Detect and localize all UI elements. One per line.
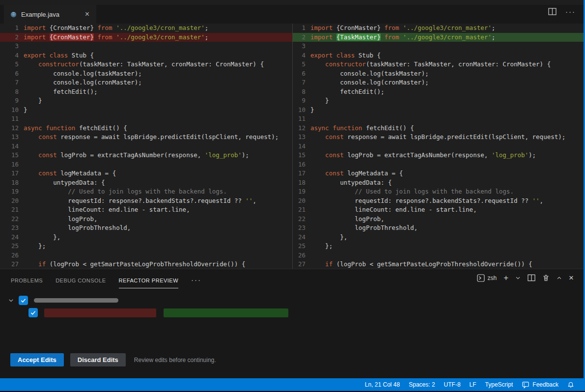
code-line[interactable]: 13 const response = await lspBridge.pred… (293, 133, 584, 142)
more-actions-icon[interactable]: ··· (565, 8, 576, 15)
code-line[interactable]: 1import {CronMaster} from '../google3/cr… (0, 24, 292, 33)
tab-example-java[interactable]: Example.java × (4, 5, 96, 24)
code-line[interactable]: 5 constructor(taskMaster: TaskMaster, cr… (293, 60, 584, 69)
refactor-change-row[interactable] (28, 308, 288, 317)
code-line[interactable]: 2import {CronMaster} from '../google3/cr… (0, 33, 292, 42)
eol-setting[interactable]: LF (465, 381, 481, 388)
code-line[interactable]: 27 if (logProb < getSmartPasteLogProbThr… (0, 260, 292, 269)
line-number: 9 (293, 96, 306, 106)
line-number: 6 (293, 69, 306, 79)
code-line[interactable]: 6 console.log(taskMaster); (0, 69, 292, 79)
code-line[interactable]: 18 untypedData: { (0, 178, 292, 188)
cursor-position[interactable]: Ln, 21 Col 48 (361, 381, 404, 388)
code-line[interactable]: 6 console.log(taskMaster); (293, 69, 584, 79)
notifications-bell-icon[interactable] (563, 381, 579, 389)
close-panel-icon[interactable]: × (569, 274, 574, 282)
code-line[interactable]: 23 logProbThreshold, (293, 224, 584, 233)
code-line[interactable]: 19 // Used to join logs with the backend… (0, 187, 292, 196)
line-number: 21 (0, 205, 19, 215)
panel-more-tabs-icon[interactable]: ··· (191, 276, 201, 283)
code-line[interactable]: 4export class Stub { (293, 51, 584, 60)
code-line[interactable]: 25 }; (293, 242, 584, 251)
discard-edits-button[interactable]: Discard Edits (70, 353, 126, 366)
terminal-dropdown-button[interactable] (515, 275, 521, 280)
code-line[interactable]: 15 const logProb = extractTagAsNumber(re… (293, 151, 584, 160)
encoding-setting[interactable]: UTF-8 (440, 381, 465, 388)
line-number: 1 (0, 24, 19, 33)
code-line[interactable]: 7 console.log(cronMaster); (293, 78, 584, 87)
code-line[interactable]: 11 (0, 114, 292, 124)
code-line[interactable]: 20 requestId: response?.backendStats?.re… (0, 196, 292, 206)
code-line[interactable]: 12async function fetchEdit() { (293, 124, 584, 133)
indentation-setting[interactable]: Spaces: 2 (404, 381, 439, 388)
diff-pane-modified[interactable]: 1import {CronMaster} from '../google3/cr… (293, 24, 584, 269)
code-line[interactable]: 8 fetchEdit(); (0, 87, 292, 97)
code-line[interactable]: 9 } (293, 96, 584, 106)
code-line[interactable]: 14 (0, 142, 292, 151)
code-line[interactable]: 26 (293, 251, 584, 260)
code-line[interactable]: 3 (0, 42, 292, 51)
tab-close-icon[interactable]: × (84, 10, 90, 18)
chevron-down-icon[interactable] (8, 297, 14, 304)
code-line[interactable]: 25 }; (0, 242, 292, 251)
code-line[interactable]: 18 untypedData: { (293, 178, 584, 188)
refactor-file-row[interactable] (8, 296, 118, 305)
code-line[interactable]: 17 const logMetadata = { (0, 169, 292, 178)
code-line[interactable]: 22 logProb, (0, 215, 292, 224)
code-line[interactable]: 9 } (0, 96, 292, 106)
code-line[interactable]: 15 const logProb = extractTagAsNumber(re… (0, 151, 292, 160)
code-line[interactable]: 2import {TaskMaster} from '../google3/cr… (293, 33, 584, 42)
code-line[interactable]: 14 (293, 142, 584, 151)
code-line[interactable]: 20 requestId: response?.backendStats?.re… (293, 196, 584, 206)
code-line[interactable]: 17 const logMetadata = { (293, 169, 584, 178)
change-checkbox[interactable] (28, 308, 38, 317)
line-number: 14 (293, 142, 306, 151)
code-line[interactable]: 24 }, (0, 233, 292, 242)
vscode-window: Example.java × ··· 1import {CronMaster} … (0, 0, 585, 391)
code-line[interactable]: 16 (293, 160, 584, 169)
code-line[interactable]: 1import {CronMaster} from '../google3/cr… (293, 24, 584, 33)
line-number: 17 (293, 169, 306, 178)
line-number: 16 (293, 160, 306, 169)
tab-problems[interactable]: PROBLEMS (11, 271, 43, 288)
file-checkbox[interactable] (19, 296, 28, 305)
line-number: 10 (293, 106, 306, 115)
split-panel-icon[interactable] (528, 274, 535, 281)
code-line[interactable]: 5 constructor(taskMaster: TaskMaster, cr… (0, 60, 292, 69)
tab-refactor-preview[interactable]: REFACTOR PREVIEW (119, 271, 178, 288)
language-mode[interactable]: TypeScript (481, 381, 518, 388)
code-line[interactable]: 16 (0, 160, 292, 169)
code-line[interactable]: 3 (293, 42, 584, 51)
line-number: 12 (293, 124, 306, 133)
terminal-shell-button[interactable]: zsh (477, 274, 497, 282)
code-line[interactable]: 7 console.log(cronMaster); (0, 78, 292, 87)
diff-pane-original[interactable]: 1import {CronMaster} from '../google3/cr… (0, 24, 292, 269)
line-number: 4 (293, 51, 306, 60)
code-line[interactable]: 23 logProbThreshold, (0, 224, 292, 233)
new-terminal-button[interactable]: + (503, 274, 508, 282)
code-line[interactable]: 13 const response = await lspBridge.pred… (0, 133, 292, 142)
code-line[interactable]: 11 (293, 114, 584, 124)
code-line[interactable]: 12async function fetchEdit() { (0, 124, 292, 133)
split-editor-icon[interactable] (548, 8, 557, 15)
code-line[interactable]: 10} (0, 106, 292, 115)
code-line[interactable]: 21 lineCount: end.line - start.line, (293, 205, 584, 215)
tab-debug-console[interactable]: DEBUG CONSOLE (56, 271, 106, 288)
code-line[interactable]: 27 if (logProb < getSmartPasteLogProbThr… (293, 260, 584, 269)
code-line[interactable]: 19 // Used to join logs with the backend… (293, 187, 584, 196)
code-line[interactable]: 21 lineCount: end.line - start.line, (0, 205, 292, 215)
line-number: 26 (293, 251, 306, 260)
line-number: 12 (0, 124, 19, 133)
code-line[interactable]: 4export class Stub { (0, 51, 292, 60)
code-line[interactable]: 22 logProb, (293, 215, 584, 224)
code-line[interactable]: 26 (0, 251, 292, 260)
plus-icon: + (503, 274, 508, 282)
line-number: 21 (293, 205, 306, 215)
code-line[interactable]: 10} (293, 106, 584, 115)
maximize-panel-icon[interactable] (557, 275, 562, 280)
code-line[interactable]: 8 fetchEdit(); (293, 87, 584, 97)
accept-edits-button[interactable]: Accept Edits (10, 353, 64, 366)
trash-icon[interactable] (542, 274, 550, 281)
feedback-button[interactable]: Feedback (517, 381, 563, 389)
code-line[interactable]: 24 }, (293, 233, 584, 242)
